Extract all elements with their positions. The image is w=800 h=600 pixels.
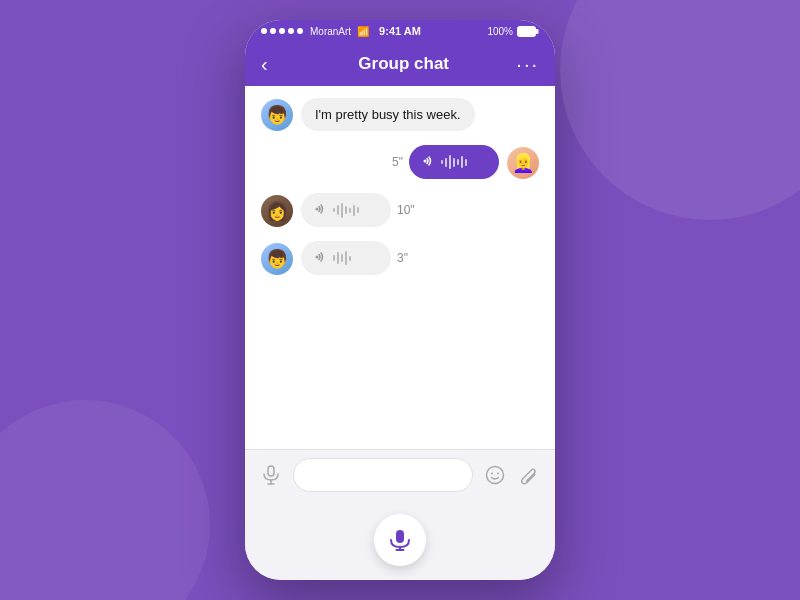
voice-duration: 5" <box>392 155 403 169</box>
svg-point-3 <box>316 207 319 210</box>
message-row: 3" <box>261 241 539 275</box>
voice-bubble[interactable] <box>301 193 391 227</box>
signal-dot-5 <box>297 28 303 34</box>
back-button[interactable]: ‹ <box>261 53 291 76</box>
mic-record-icon <box>389 529 411 551</box>
status-time: 9:41 AM <box>379 25 421 37</box>
svg-point-4 <box>316 255 319 258</box>
svg-point-8 <box>487 467 504 484</box>
signal-dot-2 <box>270 28 276 34</box>
status-left: MoranArt 📶 <box>261 26 369 37</box>
waveform <box>333 249 351 267</box>
status-bar: MoranArt 📶 9:41 AM 100% <box>245 20 555 42</box>
svg-rect-11 <box>396 530 404 543</box>
voice-duration: 10" <box>397 203 415 217</box>
svg-rect-1 <box>536 29 539 34</box>
emoji-button[interactable] <box>481 461 509 489</box>
message-row: 5" <box>261 145 539 179</box>
voice-duration: 3" <box>397 251 408 265</box>
nav-bar: ‹ Group chat ··· <box>245 42 555 86</box>
svg-point-9 <box>491 473 493 475</box>
message-row: 10" <box>261 193 539 227</box>
message-row: I'm pretty busy this week. <box>261 98 539 131</box>
avatar <box>261 195 293 227</box>
phone-frame: MoranArt 📶 9:41 AM 100% ‹ Group chat ···… <box>245 20 555 580</box>
status-right: 100% <box>487 26 539 37</box>
input-area <box>245 449 555 500</box>
avatar <box>261 243 293 275</box>
avatar <box>261 99 293 131</box>
attach-button[interactable] <box>515 461 543 489</box>
sound-icon <box>421 154 435 171</box>
waveform <box>441 153 467 171</box>
sound-icon <box>313 250 327 267</box>
avatar <box>507 147 539 179</box>
svg-rect-0 <box>518 26 536 36</box>
nav-title: Group chat <box>358 54 449 74</box>
chat-content: I'm pretty busy this week. 5" <box>245 86 555 449</box>
sound-icon <box>313 202 327 219</box>
voice-bubble[interactable] <box>301 241 391 275</box>
voice-bubble[interactable] <box>409 145 499 179</box>
mic-area <box>245 500 555 580</box>
svg-point-10 <box>497 473 499 475</box>
signal-dot-3 <box>279 28 285 34</box>
message-text: I'm pretty busy this week. <box>315 107 461 122</box>
input-right-icons <box>481 461 543 489</box>
signal-dot-4 <box>288 28 294 34</box>
svg-point-2 <box>424 159 427 162</box>
waveform <box>333 201 359 219</box>
battery-icon <box>517 26 539 37</box>
signal-dot-1 <box>261 28 267 34</box>
wifi-icon: 📶 <box>357 26 369 37</box>
mic-record-button[interactable] <box>374 514 426 566</box>
mic-input-icon[interactable] <box>257 461 285 489</box>
battery-label: 100% <box>487 26 513 37</box>
carrier-label: MoranArt <box>310 26 351 37</box>
more-button[interactable]: ··· <box>516 53 539 76</box>
message-input[interactable] <box>293 458 473 492</box>
text-bubble: I'm pretty busy this week. <box>301 98 475 131</box>
svg-rect-5 <box>268 466 274 476</box>
